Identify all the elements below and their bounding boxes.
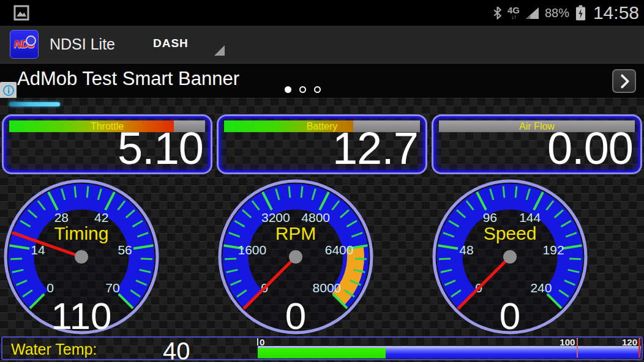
svg-text:Timing: Timing [54, 223, 109, 243]
dash-menu-label: DASH [153, 37, 189, 50]
panel-airflow: Air Flow 0.00 [432, 114, 642, 174]
max-marker [638, 339, 640, 358]
panel-battery: Battery 12.7 [217, 114, 427, 174]
timing-gauge: 01428425670Timing110 [0, 171, 167, 342]
svg-text:3200: 3200 [261, 210, 290, 224]
water-temp-value: 40 [163, 338, 190, 362]
dot-inactive [314, 86, 321, 93]
panel-throttle: Throttle 5.10 [2, 114, 212, 174]
gallery-notification-icon [13, 5, 29, 21]
dot-active [285, 86, 291, 93]
svg-text:6400: 6400 [325, 243, 354, 257]
dash-mode-spinner[interactable]: DASH [153, 33, 225, 56]
svg-text:96: 96 [483, 210, 497, 224]
battery-charging-icon [575, 4, 586, 21]
ad-info-icon[interactable] [0, 82, 17, 99]
ad-banner[interactable]: AdMob Test Smart Banner [0, 64, 644, 98]
svg-text:8000: 8000 [313, 281, 342, 295]
water-temp-scale: 0 100 120 [257, 338, 642, 346]
4g-data-icon: 4G ↓↑ [507, 6, 520, 20]
battery-value: 12.7 [332, 125, 418, 172]
water-temp-panel: Water Temp: 40 0 100 120 [1, 336, 643, 360]
svg-text:110: 110 [51, 295, 112, 337]
water-temp-bar-gauge: 0 100 120 [257, 338, 642, 359]
dot-inactive [299, 86, 306, 93]
svg-text:48: 48 [459, 243, 473, 257]
status-bar: 4G ↓↑ 88% 14:58 [0, 0, 644, 26]
bluetooth-icon [493, 6, 502, 20]
app-logo-icon: NDS [10, 30, 39, 59]
throttle-value: 5.10 [118, 125, 203, 172]
svg-text:0: 0 [285, 295, 306, 337]
svg-text:4800: 4800 [301, 210, 330, 224]
svg-text:240: 240 [530, 281, 552, 295]
svg-text:56: 56 [118, 243, 132, 257]
water-temp-track [258, 346, 641, 358]
speed-gauge: 04896144192240Speed0 [424, 171, 596, 342]
svg-text:0: 0 [500, 295, 520, 337]
ad-next-button[interactable] [612, 69, 636, 93]
svg-text:1600: 1600 [238, 243, 267, 257]
battery-percent: 88% [545, 6, 569, 20]
screen: 4G ↓↑ 88% 14:58 NDS NDSI Lite DASH [0, 0, 644, 362]
water-temp-fill [258, 348, 386, 358]
svg-text:192: 192 [543, 243, 564, 257]
svg-text:Speed: Speed [484, 223, 537, 243]
svg-text:RPM: RPM [275, 223, 316, 243]
progress-indicator [9, 102, 60, 106]
svg-text:70: 70 [105, 281, 119, 295]
svg-text:0: 0 [47, 281, 54, 295]
threshold-marker [577, 339, 578, 358]
ad-banner-text: AdMob Test Smart Banner [17, 68, 239, 90]
svg-text:28: 28 [54, 210, 69, 224]
scale-tick [257, 338, 258, 345]
water-temp-label: Water Temp: [11, 341, 97, 358]
svg-text:42: 42 [94, 210, 108, 224]
page-indicator-dots [285, 86, 321, 93]
app-title: NDSI Lite [50, 35, 115, 53]
clock: 14:58 [593, 2, 639, 23]
airflow-value: 0.00 [547, 125, 633, 172]
svg-text:144: 144 [519, 210, 541, 224]
logo-gauge-icon [26, 35, 36, 46]
signal-strength-icon [525, 7, 539, 20]
app-bar: NDS NDSI Lite DASH [0, 26, 644, 64]
spinner-dropdown-icon [214, 45, 225, 56]
rpm-gauge: 016003200480064008000RPM0 [210, 171, 381, 342]
